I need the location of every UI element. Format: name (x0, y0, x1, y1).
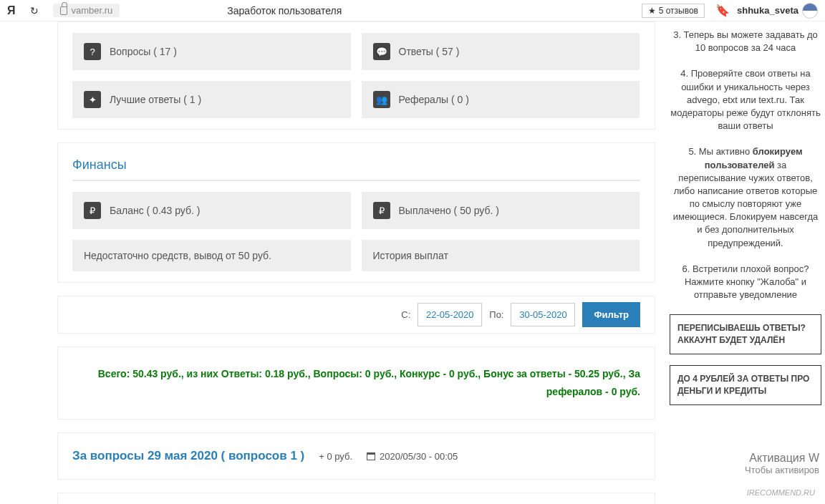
sidebar-tip: 6. Встретили плохой вопрос? Нажмите кноп… (670, 263, 821, 302)
users-icon: 👥 (373, 91, 390, 108)
entry-date: 2020/05/30 - 00:05 (367, 451, 458, 462)
stat-balance[interactable]: ₽ Баланс ( 0.43 руб. ) (72, 192, 351, 229)
stat-best-answers[interactable]: ✦ Лучшие ответы ( 1 ) (72, 81, 351, 118)
lock-icon (60, 6, 67, 15)
yandex-logo[interactable]: Я (7, 4, 16, 17)
promo-banner[interactable]: ДО 4 РУБЛЕЙ ЗА ОТВЕТЫ ПРО ДЕНЬГИ И КРЕДИ… (670, 365, 821, 405)
stat-insufficient: Недостаточно средств, вывод от 50 руб. (72, 240, 351, 271)
stats-card: ? Вопросы ( 17 ) 💬 Ответы ( 57 ) ✦ Лучши… (57, 21, 655, 130)
puzzle-icon: ✦ (84, 91, 101, 108)
avatar[interactable] (802, 3, 818, 19)
sidebar-tip: 5. Мы активно блокируем пользователей за… (670, 145, 821, 250)
question-icon: ? (84, 43, 101, 60)
stat-questions[interactable]: ? Вопросы ( 17 ) (72, 33, 351, 70)
summary-text: Всего: 50.43 руб., из них Ответы: 0.18 р… (72, 365, 640, 401)
date-to-input[interactable] (511, 303, 575, 326)
filter-button[interactable]: Фильтр (582, 302, 640, 327)
from-label: С: (401, 309, 410, 320)
entry-row[interactable]: За ответы 29 мая 2020 ( ответов 5 ) + 0.… (57, 493, 655, 504)
entry-title[interactable]: За вопросы 29 мая 2020 ( вопросов 1 ) (72, 449, 304, 463)
filter-bar: С: По: Фильтр (57, 296, 655, 334)
watermark: IRECOMMEND.RU (743, 487, 819, 498)
ruble-icon: ₽ (373, 202, 390, 219)
entry-row[interactable]: За вопросы 29 мая 2020 ( вопросов 1 ) + … (57, 432, 655, 480)
username-label[interactable]: shhuka_sveta (737, 5, 799, 16)
sidebar: 3. Теперь вы можете задавать до 10 вопро… (666, 21, 825, 504)
calendar-icon (367, 452, 375, 460)
warning-banner[interactable]: ПЕРЕПИСЫВАЕШЬ ОТВЕТЫ? АККАУНТ БУДЕТ УДАЛ… (670, 314, 821, 354)
stat-referrals[interactable]: 👥 Рефералы ( 0 ) (362, 81, 640, 118)
finance-heading: Финансы (72, 154, 640, 181)
to-label: По: (489, 309, 503, 320)
main-content: ? Вопросы ( 17 ) 💬 Ответы ( 57 ) ✦ Лучши… (0, 21, 666, 504)
sidebar-tip: 4. Проверяйте свои ответы на ошибки и ун… (670, 67, 821, 132)
ruble-icon: ₽ (84, 202, 101, 219)
date-from-input[interactable] (418, 303, 482, 326)
address-bar[interactable]: vamber.ru (53, 4, 120, 17)
chat-icon: 💬 (373, 43, 390, 60)
entry-amount: + 0 руб. (319, 451, 352, 462)
reviews-badge[interactable]: ★ 5 отзывов (642, 4, 705, 18)
stat-paid[interactable]: ₽ Выплачено ( 50 руб. ) (362, 192, 640, 229)
bookmark-icon[interactable]: 🔖 (715, 4, 730, 17)
summary-card: Всего: 50.43 руб., из них Ответы: 0.18 р… (57, 346, 655, 420)
url-text: vamber.ru (72, 5, 113, 16)
sidebar-tip: 3. Теперь вы можете задавать до 10 вопро… (670, 29, 821, 54)
finance-card: Финансы ₽ Баланс ( 0.43 руб. ) ₽ Выплаче… (57, 142, 655, 283)
windows-activation: Активация W Чтобы активиров (745, 452, 819, 475)
reload-icon[interactable]: ↻ (30, 5, 39, 16)
stat-history[interactable]: История выплат (362, 240, 640, 271)
page-title: Заработок пользователя (227, 5, 642, 16)
browser-toolbar: Я ↻ vamber.ru Заработок пользователя ★ 5… (0, 0, 825, 21)
stat-answers[interactable]: 💬 Ответы ( 57 ) (362, 33, 640, 70)
